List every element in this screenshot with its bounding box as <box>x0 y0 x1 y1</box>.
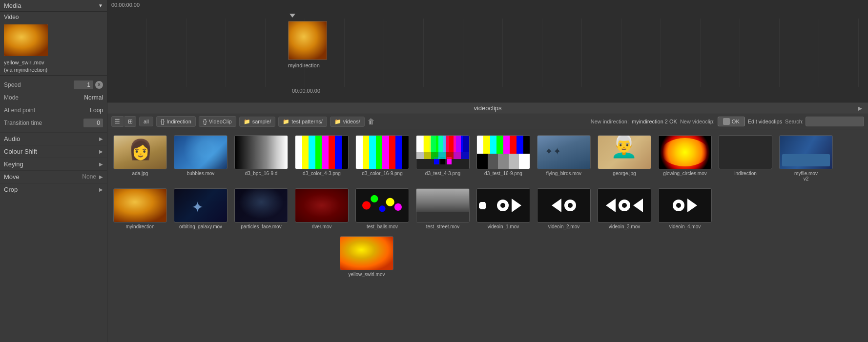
list-item[interactable]: glowing_circles.mov <box>656 133 714 183</box>
sample-folder-btn[interactable]: 📁 sample/ <box>239 117 276 127</box>
d3test169-label: d3_test_16-9.png <box>484 171 522 176</box>
transition-time-row: Transition time 0 <box>0 117 107 129</box>
menu-item-move[interactable]: Move None ▶ <box>0 170 107 183</box>
browser-expand-btn[interactable]: ▶ <box>858 105 862 112</box>
indirection-label: indirection <box>734 171 757 176</box>
list-item[interactable]: test_balls.mov <box>353 186 411 231</box>
list-item[interactable]: d3_bpc_16-9.d <box>232 133 290 183</box>
new-videoclip-label: New videoclip: <box>680 119 715 124</box>
list-item[interactable]: yellow_swirl.mov <box>338 234 395 279</box>
list-item[interactable]: d3_color_16-9.png <box>353 133 411 183</box>
keying-label: Keying <box>4 161 23 168</box>
colour-shift-arrow: ▶ <box>99 149 103 154</box>
list-item[interactable]: videoin_1.mov <box>475 186 532 231</box>
myindirection-thumbnail <box>113 188 167 222</box>
indirection-thumbnail <box>719 135 772 169</box>
menu-item-crop[interactable]: Crop ▶ <box>0 183 107 196</box>
list-item[interactable]: river.mov <box>293 186 351 231</box>
folder-icon: 📁 <box>244 119 250 125</box>
list-item[interactable]: myindirection <box>111 186 169 231</box>
list-item[interactable]: ✦✦ flying_birds.mov <box>535 133 593 183</box>
teststreet-label: test_street.mov <box>426 224 459 229</box>
myindirection-label: myindirection <box>126 224 155 229</box>
test-patterns-folder-btn[interactable]: 📁 test patterns/ <box>278 117 327 127</box>
list-item[interactable]: d3_test_16-9.png <box>475 133 532 183</box>
ok-checkbox <box>723 118 730 125</box>
videos-folder-icon: 📁 <box>334 119 341 125</box>
ok-label: OK <box>732 119 740 124</box>
list-view-btn[interactable]: ☰ <box>111 116 124 127</box>
trash-btn[interactable]: 🗑 <box>368 118 374 125</box>
indirection-btn[interactable]: {} Indirection <box>156 116 196 127</box>
video-name: yellow_swirl.mov (via myindirection) <box>0 58 107 75</box>
menu-item-audio[interactable]: Audio ▶ <box>0 132 107 145</box>
media-header[interactable]: Media ▼ <box>0 0 107 12</box>
browser-title: videoclips <box>363 104 612 112</box>
videoin2-thumbnail <box>537 188 591 222</box>
indirection-icon: {} <box>161 118 165 125</box>
speed-value[interactable]: 1 <box>74 80 93 89</box>
speed-row: Speed 1 × <box>0 79 107 91</box>
yellowswirl-label: yellow_swirl.mov <box>348 272 385 277</box>
menu-item-keying[interactable]: Keying ▶ <box>0 158 107 170</box>
ok-btn[interactable]: OK <box>718 117 745 126</box>
speed-label: Speed <box>4 81 21 88</box>
list-item[interactable]: indirection <box>717 133 774 183</box>
videoin2-label: videoin_2.mov <box>548 224 579 229</box>
videoin1-label: videoin_1.mov <box>488 224 519 229</box>
timeline-tracks: myindirection <box>107 19 868 87</box>
particles-label: particles_face.mov <box>241 224 281 229</box>
timeline-area: 00:00:00.00 myindirection 00:00:00.00 <box>107 0 868 102</box>
d3color169-thumbnail <box>355 135 409 169</box>
testballs-thumbnail <box>355 188 409 222</box>
at-end-point-value[interactable]: Loop <box>90 107 103 114</box>
d3test43-label: d3_test_4-3.png <box>425 171 460 176</box>
mode-label: Mode <box>4 94 19 101</box>
list-item[interactable]: videoin_3.mov <box>596 186 653 231</box>
list-item[interactable]: test_street.mov <box>414 186 472 231</box>
test-patterns-folder-icon: 📁 <box>283 119 289 125</box>
george-thumbnail <box>598 135 651 169</box>
list-item[interactable]: d3_color_4-3.png <box>293 133 351 183</box>
properties-section: Speed 1 × Mode Normal At end point Loop … <box>0 75 107 132</box>
move-arrow: ▶ <box>99 174 103 180</box>
glowing-thumbnail <box>658 135 712 169</box>
list-item[interactable]: videoin_4.mov <box>656 186 714 231</box>
list-item[interactable]: d3_test_4-3.png <box>414 133 472 183</box>
list-item[interactable]: myfile.movv2 <box>777 133 835 183</box>
videoin3-thumbnail <box>598 188 651 222</box>
search-input[interactable] <box>806 117 864 126</box>
videoin4-thumbnail <box>658 188 712 222</box>
list-item[interactable]: videoin_2.mov <box>535 186 593 231</box>
mode-value[interactable]: Normal <box>84 94 103 101</box>
teststreet-thumbnail <box>416 188 470 222</box>
video-clip-thumbnail[interactable] <box>288 21 327 60</box>
media-header-arrow: ▼ <box>98 3 103 8</box>
d3bpc-label: d3_bpc_16-9.d <box>245 171 278 176</box>
media-header-title: Media <box>4 2 21 9</box>
myfile-label: myfile.movv2 <box>794 171 818 181</box>
audio-label: Audio <box>4 135 20 142</box>
transition-time-label: Transition time <box>4 120 42 126</box>
particles-thumbnail <box>234 188 288 222</box>
videoin1-thumbnail <box>476 188 530 222</box>
videoclip-btn[interactable]: {} VideoClip <box>199 116 236 127</box>
testballs-label: test_balls.mov <box>367 224 398 229</box>
george-label: george.jpg <box>613 171 636 176</box>
all-btn[interactable]: all <box>139 117 153 126</box>
list-item[interactable]: george.jpg <box>596 133 653 183</box>
d3color43-thumbnail <box>295 135 349 169</box>
crop-arrow: ▶ <box>99 187 103 192</box>
transition-time-value[interactable]: 0 <box>83 119 103 127</box>
list-item[interactable]: orbiting_galaxy.mov <box>172 186 229 231</box>
speed-clear-btn[interactable]: × <box>95 81 103 89</box>
list-item[interactable]: particles_face.mov <box>232 186 290 231</box>
menu-item-colour-shift[interactable]: Colour Shift ▶ <box>0 145 107 158</box>
view-toggle: ☰ ⊞ <box>111 116 136 127</box>
list-item[interactable]: ada.jpg <box>111 133 169 183</box>
videos-folder-btn[interactable]: 📁 videos/ <box>330 117 365 127</box>
grid-view-btn[interactable]: ⊞ <box>124 116 136 127</box>
list-item[interactable]: bubbles.mov <box>172 133 229 183</box>
d3test169-thumbnail <box>476 135 530 169</box>
d3color169-label: d3_color_16-9.png <box>362 171 402 176</box>
